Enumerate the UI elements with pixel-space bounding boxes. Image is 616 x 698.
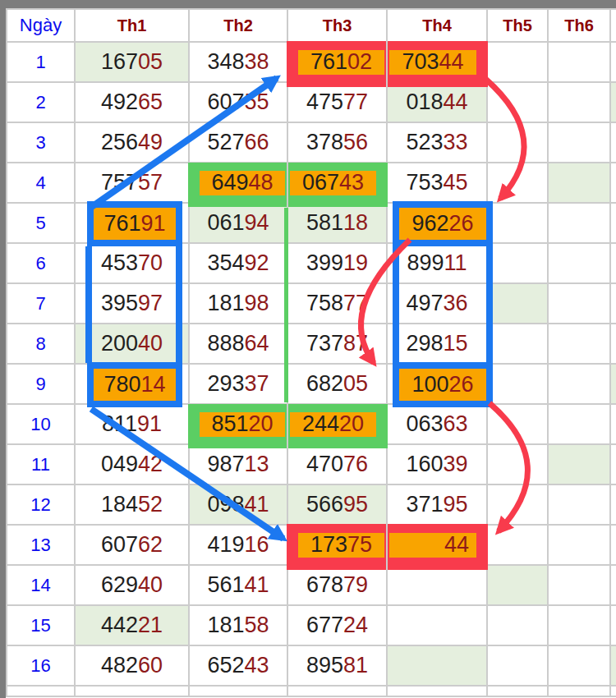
- page-top-gray-strip: [0, 0, 616, 8]
- digits-red: 36: [444, 291, 468, 316]
- cell-r11-c4: 16039: [388, 445, 488, 485]
- digits-black: 566: [306, 492, 343, 517]
- results-table-stage: NgàyTh1Th2Th3Th4Th5Th6116705348387610270…: [6, 8, 616, 698]
- column-header-th4: Th4: [388, 10, 488, 43]
- digits-black: 497: [406, 291, 443, 316]
- digits-red: 43: [245, 653, 269, 678]
- cell-r16-c7: [611, 646, 616, 687]
- cell-r15-c4: [388, 606, 488, 646]
- cell-r3-c6: [549, 123, 611, 163]
- cell-r15-c7: [611, 606, 616, 646]
- cell-r11-c6: [549, 445, 611, 485]
- digits-black: 780: [103, 372, 140, 397]
- digits-black: 018: [406, 90, 443, 115]
- partial-row-cell: [388, 687, 488, 697]
- digits-black: 561: [207, 572, 244, 598]
- cell-r11-c7: [611, 445, 616, 485]
- digits-black: 098: [207, 492, 244, 517]
- cell-r16-c3: 89581: [288, 646, 388, 687]
- digits-black: 753: [406, 170, 443, 195]
- digits-red: 56: [343, 130, 368, 155]
- digits-red: 26: [449, 211, 474, 236]
- digits-red: 20: [249, 411, 274, 437]
- digits-red: 79: [343, 572, 368, 598]
- cell-r4-c1: 75757: [76, 163, 190, 204]
- digits-black: 371: [406, 492, 443, 517]
- cell-r1-c1: 16705: [76, 43, 190, 83]
- digits-black: 354: [207, 250, 244, 276]
- digits-red: 44: [439, 49, 464, 75]
- highlight-orange-pill: 76102: [298, 50, 384, 75]
- digits-black: 527: [207, 130, 244, 155]
- cell-r14-c2: 56141: [190, 566, 288, 606]
- cell-r4-c3: 06743: [288, 163, 388, 204]
- cell-r15-c5: [488, 606, 549, 646]
- digits-red: 66: [245, 130, 269, 155]
- digits-black: 737: [306, 331, 343, 356]
- digits-red: 40: [138, 331, 163, 356]
- cell-r9-c7: [611, 365, 616, 405]
- cell-r11-c2: 98713: [190, 445, 288, 485]
- cell-r4-c4: 75345: [388, 163, 488, 204]
- cell-r7-c5: [488, 284, 549, 324]
- digits-red: 65: [138, 90, 163, 115]
- digits-black: 244: [302, 411, 339, 437]
- digits-black: 100: [411, 372, 448, 397]
- cell-r4-c2: 64948: [190, 163, 288, 204]
- cell-r14-c6: [549, 566, 611, 606]
- digits-black: 677: [306, 613, 343, 638]
- cell-r13-c4: 44: [388, 526, 488, 566]
- digits-red: 92: [245, 250, 269, 276]
- cell-r9-c1: 78014: [76, 365, 190, 405]
- digits-red: 16: [245, 532, 269, 558]
- digits-black: 987: [207, 452, 244, 477]
- digits-red: 20: [339, 411, 364, 437]
- highlight-blue-box: 10026: [393, 362, 493, 407]
- cell-r13-c1: 60762: [76, 526, 190, 566]
- digits-red: 19: [343, 250, 368, 276]
- cell-r7-c2: 18198: [190, 284, 288, 324]
- digits-red: 11: [444, 250, 467, 276]
- cell-r12-c1: 18452: [76, 485, 190, 526]
- cell-r6-c6: [549, 244, 611, 284]
- digits-black: 061: [207, 210, 244, 236]
- cell-r13-c6: [549, 526, 611, 566]
- digits-red: 77: [343, 291, 368, 316]
- highlight-blue-box: 78014: [87, 362, 182, 407]
- cell-r3-c5: [488, 123, 549, 163]
- cell-r2-c5: [488, 83, 549, 123]
- cell-r9-c2: 29337: [190, 365, 288, 405]
- cell-r16-c4: [388, 646, 488, 687]
- highlight-orange-pill: 24420: [290, 412, 376, 437]
- cell-r5-c3: 58118: [288, 204, 388, 244]
- day-label-9: 9: [7, 365, 76, 405]
- column-header-th5: Th5: [488, 10, 549, 43]
- digits-black: 761: [310, 49, 347, 75]
- cell-r10-c3: 24420: [288, 405, 388, 445]
- digits-black: 049: [101, 452, 138, 477]
- day-label-14: 14: [7, 566, 76, 606]
- digits-black: 962: [411, 211, 448, 236]
- digits-black: 173: [310, 532, 347, 558]
- cell-r2-c2: 60755: [190, 83, 288, 123]
- day-label-3: 3: [7, 123, 76, 163]
- page-left-gray-bar: [0, 0, 6, 698]
- highlight-blue-box: 76191: [87, 201, 182, 246]
- digits-red: 70: [138, 250, 163, 276]
- cell-r7-c1: 39597: [76, 284, 190, 324]
- digits-red: 57: [138, 170, 163, 195]
- cell-r6-c2: 35492: [190, 244, 288, 284]
- cell-r3-c1: 25649: [76, 123, 190, 163]
- cell-r6-c4: 89911: [388, 244, 488, 284]
- cell-r6-c1: 45370: [76, 244, 190, 284]
- day-label-16: 16: [7, 646, 76, 687]
- digits-black: 649: [211, 170, 248, 195]
- cell-r2-c3: 47577: [288, 83, 388, 123]
- digits-red: 95: [444, 492, 468, 517]
- digits-red: 41: [245, 492, 269, 517]
- digits-red: 64: [245, 331, 269, 356]
- cell-r5-c1: 76191: [76, 204, 190, 244]
- digits-black: 470: [306, 452, 343, 477]
- cell-r14-c4: [388, 566, 488, 606]
- blue-connector-th1-right: [176, 246, 182, 363]
